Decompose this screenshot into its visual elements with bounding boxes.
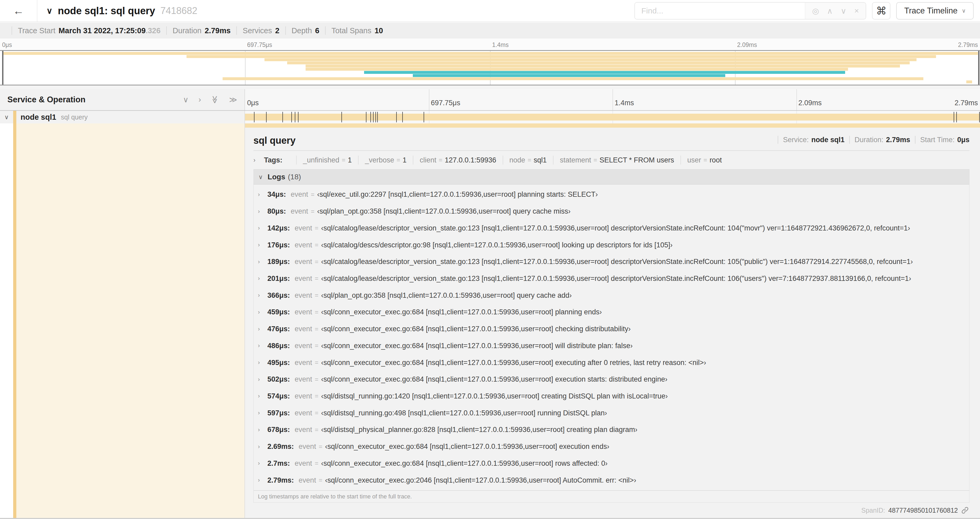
log-expand-icon[interactable]: › [258, 241, 267, 248]
log-expand-icon[interactable]: › [258, 393, 267, 399]
log-equals: = [315, 326, 318, 333]
log-row[interactable]: › 189μs: event = ‹sql/catalog/lease/desc… [254, 258, 969, 266]
span-bar-cell[interactable] [245, 111, 980, 123]
tag-equals: = [593, 156, 597, 164]
next-match-icon[interactable]: ∨ [841, 6, 846, 16]
keyboard-shortcuts-button[interactable]: ⌘ [872, 2, 891, 19]
log-message: ‹sql/catalog/lease/descriptor_version_st… [321, 275, 911, 283]
find-icon-group: ◎ ∧ ∨ × [805, 3, 866, 19]
log-expand-icon[interactable]: › [258, 309, 267, 316]
back-button[interactable]: ← [0, 0, 37, 22]
log-row[interactable]: › 574μs: event = ‹sql/distsql_running.go… [254, 392, 969, 400]
axis-tick-0: 0μs [247, 99, 259, 107]
command-icon: ⌘ [876, 5, 886, 17]
logs-header[interactable]: ∨ Logs (18) [254, 169, 969, 185]
expand-one-icon[interactable]: › [199, 95, 201, 104]
log-marker-tick [254, 112, 255, 122]
log-row[interactable]: › 502μs: event = ‹sql/conn_executor_exec… [254, 375, 969, 383]
expand-all-icon[interactable]: ≫ [229, 95, 237, 104]
collapse-one-icon[interactable]: ∨ [183, 95, 188, 104]
minimap-span-row [2, 55, 978, 58]
log-row[interactable]: › 142μs: event = ‹sql/catalog/lease/desc… [254, 224, 969, 232]
log-timestamp: 2.69ms: [267, 442, 294, 451]
log-equals: = [315, 376, 318, 383]
log-row[interactable]: › 34μs: event = ‹sql/exec_util.go:2297 [… [254, 190, 969, 199]
detail-header: sql query Service: node sql1 Duration: 2… [253, 128, 969, 150]
log-message: ‹sql/distsql_physical_planner.go:828 [ns… [321, 426, 638, 434]
minimap-span-bar [223, 77, 923, 80]
log-field-name: event [295, 224, 312, 232]
minimap-tick-3: 2.09ms [737, 42, 757, 48]
tags-expand-icon[interactable]: › [253, 156, 260, 164]
log-message: ‹sql/exec_util.go:2297 [nsql1,client=127… [317, 190, 598, 199]
tag-item: user = root [674, 156, 722, 164]
log-row[interactable]: › 495μs: event = ‹sql/conn_executor_exec… [254, 359, 969, 367]
minimap-left-scrubber[interactable] [2, 51, 3, 85]
span-name-cell[interactable]: ∨ node sql1 sql query [0, 111, 245, 123]
log-equals: = [315, 359, 318, 366]
log-row[interactable]: › 486μs: event = ‹sql/conn_executor_exec… [254, 342, 969, 350]
log-row[interactable]: › 201μs: event = ‹sql/catalog/lease/desc… [254, 275, 969, 283]
log-expand-icon[interactable]: › [258, 275, 267, 282]
collapse-trace-icon[interactable]: ∨ [46, 6, 52, 16]
log-row[interactable]: › 597μs: event = ‹sql/distsql_running.go… [254, 409, 969, 417]
view-selector-label: Trace Timeline [904, 6, 957, 16]
log-expand-icon[interactable]: › [258, 208, 267, 215]
minimap-right-scrubber[interactable] [978, 51, 980, 85]
trace-title-group[interactable]: ∨ node sql1: sql query 7418682 [37, 5, 634, 17]
log-expand-icon[interactable]: › [258, 410, 267, 417]
log-expand-icon[interactable]: › [258, 426, 267, 433]
log-field-name: event [299, 476, 316, 484]
logs-collapse-icon[interactable]: ∨ [258, 174, 263, 180]
log-expand-icon[interactable]: › [258, 326, 267, 332]
log-row[interactable]: › 476μs: event = ‹sql/conn_executor_exec… [254, 325, 969, 333]
log-expand-icon[interactable]: › [258, 376, 267, 383]
minimap-span-bar [2, 52, 978, 55]
minimap-tick-2: 1.4ms [492, 42, 509, 48]
minimap-tick-labels: 0μs 697.75μs 1.4ms 2.09ms 2.79ms [0, 38, 980, 50]
timeline-minimap[interactable] [0, 50, 980, 85]
chevron-down-icon: ∨ [962, 8, 966, 14]
log-expand-icon[interactable]: › [258, 292, 267, 299]
log-expand-icon[interactable]: › [258, 443, 267, 450]
tag-item: statement = SELECT * FROM users [547, 156, 674, 164]
clear-search-icon[interactable]: × [854, 6, 859, 15]
prev-match-icon[interactable]: ∧ [827, 6, 833, 16]
log-expand-icon[interactable]: › [258, 342, 267, 349]
log-row[interactable]: › 2.79ms: event = ‹sql/conn_executor_exe… [254, 476, 969, 484]
row-collapse-icon[interactable]: ∨ [0, 114, 13, 121]
log-expand-icon[interactable]: › [258, 191, 267, 198]
locate-icon[interactable]: ◎ [812, 6, 819, 16]
tags-list: _unfinished = 1 _verbose = 1 [290, 156, 722, 164]
detail-meta-label: Service: [783, 136, 809, 144]
log-row[interactable]: › 366μs: event = ‹sql/plan_opt.go:358 [n… [254, 291, 969, 300]
log-row[interactable]: › 2.69ms: event = ‹sql/conn_executor_exe… [254, 442, 969, 451]
log-row[interactable]: › 2.7ms: event = ‹sql/conn_executor_exec… [254, 459, 969, 468]
log-timestamp: 201μs: [267, 275, 290, 283]
collapse-all-icon[interactable]: ≫ [210, 96, 220, 104]
tags-section[interactable]: › Tags: _unfinished = 1 _verbose [253, 151, 969, 169]
detail-meta-value: 0μs [957, 136, 969, 144]
log-expand-icon[interactable]: › [258, 259, 267, 265]
log-equals: = [311, 208, 315, 215]
page-title: node sql1: sql query [58, 5, 155, 17]
log-row[interactable]: › 459μs: event = ‹sql/conn_executor_exec… [254, 308, 969, 316]
view-selector-button[interactable]: Trace Timeline ∨ [896, 2, 974, 19]
log-equals: = [315, 308, 318, 316]
log-timestamp: 597μs: [267, 409, 290, 417]
log-row[interactable]: › 678μs: event = ‹sql/distsql_physical_p… [254, 426, 969, 434]
log-expand-icon[interactable]: › [258, 225, 267, 232]
find-input[interactable] [635, 3, 805, 19]
tag-item: node = sql1 [496, 156, 547, 164]
detail-name-column [0, 123, 245, 518]
log-marker-tick [371, 112, 371, 122]
span-duration-bar[interactable] [245, 114, 980, 121]
log-expand-icon[interactable]: › [258, 359, 267, 366]
log-expand-icon[interactable]: › [258, 460, 267, 467]
log-row[interactable]: › 176μs: event = ‹sql/catalog/descs/desc… [254, 241, 969, 249]
log-expand-icon[interactable]: › [258, 477, 267, 484]
log-marker-tick [423, 112, 424, 122]
deep-link-icon[interactable] [961, 506, 969, 514]
detail-top-color-strip [245, 123, 980, 128]
log-row[interactable]: › 80μs: event = ‹sql/plan_opt.go:358 [ns… [254, 207, 969, 216]
